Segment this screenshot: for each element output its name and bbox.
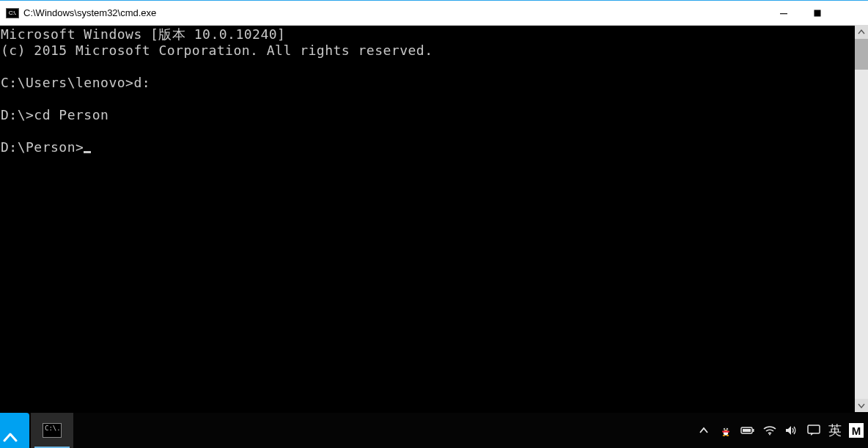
taskbar-item-cmd[interactable]: C:\. — [31, 413, 73, 448]
vertical-scrollbar[interactable] — [855, 26, 868, 412]
window-controls — [767, 1, 868, 25]
tray-overflow-icon[interactable] — [696, 423, 711, 438]
scroll-thumb[interactable] — [855, 39, 868, 70]
window-title: C:\Windows\system32\cmd.exe — [23, 7, 767, 18]
minimize-button[interactable] — [767, 1, 801, 25]
svg-rect-1 — [814, 10, 821, 16]
wifi-icon[interactable] — [762, 423, 777, 438]
ime-indicator[interactable]: 英 — [828, 422, 842, 439]
svg-line-3 — [847, 10, 855, 17]
battery-icon[interactable] — [740, 423, 755, 438]
svg-rect-11 — [722, 431, 729, 433]
taskbar: C:\. — [0, 413, 868, 448]
svg-point-17 — [769, 434, 770, 436]
svg-point-13 — [727, 435, 729, 436]
volume-icon[interactable] — [784, 423, 799, 438]
svg-line-2 — [847, 10, 855, 17]
close-icon — [847, 9, 856, 18]
system-tray: 英 M — [696, 413, 868, 448]
scroll-track[interactable] — [855, 39, 868, 399]
cmd-window: C:\. C:\Windows\system32\cmd.exe Microso… — [0, 0, 868, 412]
start-icon — [3, 430, 19, 444]
svg-rect-0 — [780, 13, 787, 14]
maximize-icon — [813, 9, 822, 18]
cursor — [84, 151, 91, 153]
taskbar-left: C:\. — [0, 413, 73, 448]
cmd-tile-icon: C:\. — [43, 423, 62, 438]
client-area: Microsoft Windows [版本 10.0.10240] (c) 20… — [0, 26, 868, 412]
scroll-down-arrow-icon[interactable] — [855, 399, 868, 412]
svg-rect-19 — [808, 425, 820, 433]
maximize-button[interactable] — [801, 1, 834, 25]
start-button[interactable] — [0, 413, 29, 448]
svg-rect-16 — [743, 429, 751, 432]
minimize-icon — [779, 9, 788, 18]
scroll-up-arrow-icon[interactable] — [855, 26, 868, 39]
qq-penguin-icon[interactable] — [718, 423, 733, 438]
svg-marker-18 — [786, 426, 791, 435]
close-button[interactable] — [834, 1, 868, 25]
titlebar[interactable]: C:\. C:\Windows\system32\cmd.exe — [0, 1, 868, 26]
console-output[interactable]: Microsoft Windows [版本 10.0.10240] (c) 20… — [0, 26, 855, 412]
svg-point-9 — [727, 429, 728, 430]
svg-point-12 — [723, 435, 726, 436]
ime-mode-box[interactable]: M — [849, 423, 864, 438]
cmd-icon: C:\. — [6, 8, 19, 18]
action-center-icon[interactable] — [806, 423, 821, 438]
svg-point-8 — [724, 429, 725, 430]
svg-rect-15 — [753, 429, 754, 432]
